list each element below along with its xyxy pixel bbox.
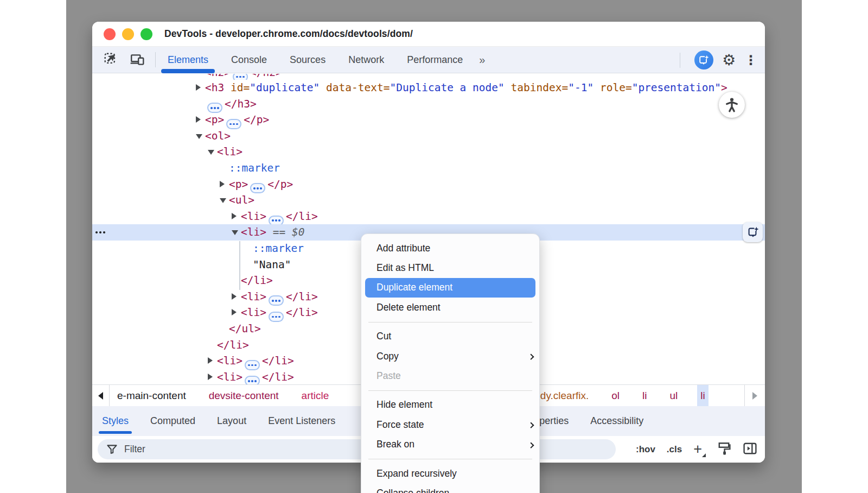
dom-tree-row[interactable]: <li>	[92, 144, 765, 160]
dom-tree-row[interactable]: <ul>	[92, 192, 765, 208]
dom-token-tag: </li>	[286, 210, 318, 223]
inspect-element-icon[interactable]	[102, 50, 120, 69]
breadcrumb-item[interactable]: e-main-content	[114, 385, 189, 406]
dom-tree-row[interactable]: </h3>	[92, 96, 765, 112]
sidebar-tab-event-listeners[interactable]: Event Listeners	[268, 415, 335, 427]
filter-funnel-icon	[107, 445, 117, 454]
expand-arrow-closed-icon[interactable]	[220, 181, 225, 187]
breadcrumb-item[interactable]: article	[298, 385, 333, 406]
sidebar-tab-styles[interactable]: Styles	[102, 415, 129, 427]
breadcrumb-item[interactable]: ol	[608, 385, 623, 406]
expand-arrow-open-icon[interactable]	[196, 134, 202, 139]
expand-arrow-closed-icon[interactable]	[196, 116, 201, 123]
dom-token-attr: id=	[224, 81, 250, 94]
panel-tab-performance[interactable]: Performance	[407, 54, 463, 66]
children-indent-guide	[239, 241, 240, 290]
menu-item-edit-as-html[interactable]: Edit as HTML	[361, 258, 539, 277]
minimize-button[interactable]	[122, 28, 134, 40]
toggle-class-button[interactable]: .cls	[667, 444, 682, 455]
submenu-chevron-icon	[528, 354, 534, 360]
menu-item-add-attribute[interactable]: Add attribute	[361, 238, 539, 258]
menu-item-copy[interactable]: Copy	[361, 346, 539, 366]
toolbar-divider	[155, 52, 156, 67]
dom-tree-row[interactable]: <ol>	[92, 128, 765, 144]
ai-assistant-row-icon[interactable]	[743, 222, 763, 242]
dom-token-attr: data-text=	[320, 81, 390, 94]
collapsed-content-ellipsis[interactable]	[245, 376, 260, 384]
expand-arrow-closed-icon[interactable]	[196, 84, 201, 91]
close-button[interactable]	[104, 28, 116, 40]
breadcrumb-scroll-right-button[interactable]	[744, 385, 765, 406]
dom-tree-row[interactable]: <p></p>	[92, 112, 765, 128]
dom-token-tag: <ol>	[205, 130, 231, 142]
breadcrumb-item[interactable]: devsite-content	[206, 385, 282, 406]
dom-token-eq: ==	[266, 226, 292, 238]
sidebar-tab-layout[interactable]: Layout	[217, 415, 246, 427]
panel-tab-network[interactable]: Network	[348, 54, 384, 66]
collapsed-content-ellipsis[interactable]	[233, 74, 248, 80]
window-title: DevTools - developer.chrome.com/docs/dev…	[164, 28, 413, 40]
dom-tree-row[interactable]: <p></p>	[92, 176, 765, 193]
panel-tab-elements[interactable]: Elements	[168, 54, 208, 66]
dom-tree-row[interactable]: <h2></h2>	[92, 74, 765, 80]
sidebar-tab-computed[interactable]: Computed	[150, 415, 195, 427]
dom-token-tag: </h3>	[225, 98, 257, 110]
dom-token-tag: </p>	[267, 178, 293, 191]
toolbar-right-divider	[680, 53, 680, 68]
menu-item-collapse-children[interactable]: Collapse children	[361, 483, 539, 493]
screenshot-stage: DevTools - developer.chrome.com/docs/dev…	[0, 0, 868, 493]
dom-token-attr: tabindex=	[505, 81, 568, 94]
breadcrumb-item[interactable]: li	[639, 385, 650, 406]
expand-arrow-closed-icon[interactable]	[232, 213, 237, 219]
expand-arrow-closed-icon[interactable]	[232, 309, 237, 315]
settings-gear-icon[interactable]: ⚙	[722, 53, 736, 68]
toggle-hover-state-button[interactable]: :hov	[636, 444, 655, 455]
dom-token-tag: </ul>	[229, 323, 261, 335]
more-panels-chevron[interactable]: »	[479, 54, 484, 66]
panel-tab-console[interactable]: Console	[231, 54, 267, 66]
dom-tree-row[interactable]: ::marker	[92, 160, 765, 176]
format-brush-icon[interactable]	[717, 442, 731, 457]
expand-arrow-open-icon[interactable]	[208, 150, 214, 155]
dom-token-tag: <li>	[241, 306, 266, 319]
row-options-dots-icon[interactable]	[95, 231, 105, 233]
menu-item-expand-recursively[interactable]: Expand recursively	[361, 464, 539, 483]
menu-item-duplicate-element[interactable]: Duplicate element	[365, 278, 535, 298]
expand-arrow-closed-icon[interactable]	[208, 357, 213, 364]
dom-token-tag: <li>	[241, 210, 266, 223]
breadcrumb-item[interactable]: ul	[667, 385, 681, 406]
dom-token-tag: <li>	[217, 355, 242, 367]
toggle-sidebar-icon[interactable]	[743, 442, 757, 457]
traffic-lights	[104, 28, 159, 40]
expand-arrow-open-icon[interactable]	[232, 230, 238, 235]
dom-token-tag: <h2>	[205, 74, 231, 79]
expand-arrow-closed-icon[interactable]	[232, 293, 237, 300]
dom-tree-row[interactable]: <li></li>	[92, 208, 765, 225]
toolbar-right-controls: ⚙ ⋮	[679, 47, 757, 73]
menu-item-force-state[interactable]: Force state	[361, 415, 539, 434]
device-toolbar-icon[interactable]	[128, 50, 146, 69]
dom-token-tag: </li>	[241, 274, 273, 287]
breadcrumb-item-selected[interactable]: li	[697, 385, 708, 406]
accessibility-person-icon[interactable]	[719, 92, 745, 118]
devtools-toolbar: ElementsConsoleSourcesNetworkPerformance…	[92, 47, 765, 73]
more-options-icon[interactable]: ⋮	[744, 54, 757, 67]
dom-token-tag: </p>	[244, 113, 269, 126]
expand-arrow-closed-icon[interactable]	[208, 374, 213, 380]
dom-tree-row[interactable]: <h3 id="duplicate" data-text="Duplicate …	[92, 80, 765, 96]
menu-item-delete-element[interactable]: Delete element	[361, 298, 539, 317]
breadcrumb-scroll-left-button[interactable]	[92, 385, 110, 406]
menu-divider	[368, 322, 532, 323]
dom-token-tag: </li>	[217, 339, 249, 351]
menu-item-hide-element[interactable]: Hide element	[361, 395, 539, 415]
expand-arrow-open-icon[interactable]	[220, 198, 226, 203]
dom-token-dollar: $0	[292, 226, 304, 238]
menu-item-break-on[interactable]: Break on	[361, 435, 539, 454]
ai-assistant-icon[interactable]	[694, 50, 713, 69]
dom-token-pseudo: ::marker	[229, 162, 280, 174]
menu-item-cut[interactable]: Cut	[361, 327, 539, 346]
new-style-rule-icon[interactable]: +	[693, 442, 705, 457]
zoom-button[interactable]	[141, 28, 152, 40]
sidebar-tab-accessibility[interactable]: Accessibility	[590, 415, 643, 427]
panel-tab-sources[interactable]: Sources	[290, 54, 326, 66]
